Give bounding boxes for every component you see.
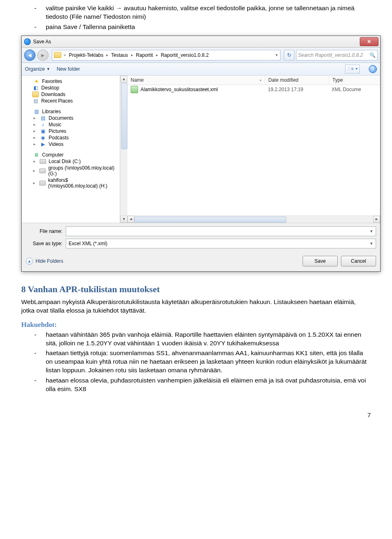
chevron-right-icon: ▸ <box>155 53 159 57</box>
breadcrumb-item[interactable]: Projekti-Teklabs <box>68 52 105 58</box>
hide-folders-button[interactable]: ▲ Hide Folders <box>26 257 63 265</box>
cancel-button[interactable]: Cancel <box>341 256 376 266</box>
chevron-right-icon: ▸ <box>130 53 134 57</box>
list-item: haetaan vähintään 365 pvän vanhoja eläim… <box>34 331 371 348</box>
app-icon <box>24 38 31 45</box>
network-drive-icon <box>39 181 46 186</box>
chevron-right-icon: ▸ <box>105 53 109 57</box>
nav-music[interactable]: ▸ ♪ Music <box>24 121 119 128</box>
desktop-icon: ◧ <box>32 85 39 91</box>
expand-icon: ▸ <box>32 129 36 133</box>
computer-group[interactable]: 🖥 Computer <box>24 152 119 158</box>
scroll-left-button[interactable]: ◄ <box>127 216 134 223</box>
new-folder-button[interactable]: New folder <box>57 66 80 72</box>
network-drive-icon <box>39 168 46 173</box>
forward-button[interactable]: ► <box>37 49 49 61</box>
favorites-group[interactable]: ★ Favorites <box>24 78 119 85</box>
sub-heading: Hakuehdot: <box>21 321 371 329</box>
section-body: WebLampaan nykyistä Alkuperäisrotutukili… <box>21 298 371 315</box>
breadcrumb-item[interactable]: Testaus <box>110 52 129 58</box>
nav-network-drive-g[interactable]: ▸ groups (\\mloys006.mloy.local) (G:) <box>24 165 119 177</box>
expand-icon: ▸ <box>32 142 36 146</box>
nav-pictures[interactable]: ▸ ▣ Pictures <box>24 128 119 134</box>
filename-label: File name: <box>26 228 66 234</box>
search-icon: 🔍 <box>370 52 376 58</box>
file-date: 19.2.2013 17:19 <box>265 87 328 92</box>
toolbar: Organize ▼ New folder ⋮≡ ▼ ? <box>22 63 380 76</box>
col-type[interactable]: Type <box>329 76 380 85</box>
nav-podcasts[interactable]: ▸ ◉ Podcasts <box>24 134 119 141</box>
help-button[interactable]: ? <box>369 65 377 73</box>
breadcrumb-item[interactable]: Raportit_versio1.0.8.2 <box>160 52 210 58</box>
scroll-up-button[interactable]: ▲ <box>120 76 127 83</box>
titlebar: Save As ✕ <box>22 36 380 48</box>
back-button[interactable]: ◄ <box>24 49 36 61</box>
navigation-pane: ★ Favorites ◧ Desktop Downloads ▤ Recent… <box>22 76 120 223</box>
music-icon: ♪ <box>40 122 46 127</box>
chevron-up-icon: ▲ <box>26 257 33 265</box>
nav-network-drive-h[interactable]: ▸ kahlfors$ (\\mloys006.mloy.local) (H:) <box>24 177 119 189</box>
nav-recent-places[interactable]: ▤ Recent Places <box>24 98 119 104</box>
section-paragraph: WebLampaan nykyistä Alkuperäisrotutukili… <box>21 298 371 315</box>
section-heading: 8 Vanhan APR-tukilistan muutokset <box>21 284 371 295</box>
chevron-down-icon: ▼ <box>355 67 358 71</box>
podcasts-icon: ◉ <box>40 135 46 141</box>
save-button[interactable]: Save <box>303 256 338 266</box>
nav-desktop[interactable]: ◧ Desktop <box>24 85 119 91</box>
xml-file-icon <box>131 86 138 93</box>
file-horizontal-scrollbar[interactable]: ◄ ► <box>127 215 380 223</box>
libraries-group[interactable]: ▥ Libraries <box>24 108 119 115</box>
search-input[interactable]: Search Raportit_versio1.0.8.2 🔍 <box>296 50 378 60</box>
file-type: XML Docume <box>328 87 380 92</box>
scroll-down-button[interactable]: ▼ <box>120 216 127 223</box>
nav-downloads[interactable]: Downloads <box>24 91 119 98</box>
scroll-right-button[interactable]: ► <box>373 216 380 223</box>
close-button[interactable]: ✕ <box>360 37 379 46</box>
documents-icon: ▤ <box>40 115 46 121</box>
col-date[interactable]: Date modified <box>265 76 329 85</box>
window-title: Save As <box>33 39 51 45</box>
organize-menu[interactable]: Organize ▼ <box>25 66 50 72</box>
column-headers: Name ▴ Date modified Type <box>127 76 380 85</box>
sort-icon: ▴ <box>260 78 261 82</box>
refresh-button[interactable]: ↻ <box>284 50 294 60</box>
nav-documents[interactable]: ▸ ▤ Documents <box>24 115 119 121</box>
nav-scrollbar[interactable]: ▲ ▼ <box>120 76 127 223</box>
expand-icon: ▸ <box>32 168 36 173</box>
breadcrumb[interactable]: « Projekti-Teklabs ▸ Testaus ▸ Raportit … <box>52 50 281 60</box>
chevron-down-icon[interactable]: ▼ <box>370 229 373 233</box>
file-row[interactable]: Alamikkotervo_sukusiitosasteet.xml 19.2.… <box>127 85 380 94</box>
pictures-icon: ▣ <box>40 128 46 134</box>
list-item: haetaan tiettyjä rotuja: suomenlammas SS… <box>34 349 371 375</box>
expand-icon: ▸ <box>32 135 36 140</box>
chevron-down-icon[interactable]: ▾ <box>275 53 278 57</box>
list-item: haetaan elossa olevia, puhdasrotuisten v… <box>34 376 371 394</box>
file-name: Alamikkotervo_sukusiitosasteet.xml <box>140 87 218 92</box>
breadcrumb-item[interactable]: Raportit <box>135 52 154 58</box>
filename-input[interactable]: ▼ <box>66 226 376 236</box>
nav-videos[interactable]: ▸ ▶ Videos <box>24 141 119 148</box>
address-bar-row: ◄ ► « Projekti-Teklabs ▸ Testaus ▸ Rapor… <box>22 48 380 63</box>
save-form: File name: ▼ Save as type: Excel XML (*.… <box>22 223 380 253</box>
page-number: 7 <box>21 395 371 418</box>
breadcrumb-prefix: « <box>63 53 67 57</box>
intro-item: valitse painike Vie kaikki → avautuu hak… <box>34 4 371 21</box>
libraries-icon: ▥ <box>33 109 40 114</box>
saveastype-label: Save as type: <box>26 241 66 246</box>
saveastype-select[interactable]: Excel XML (*.xml) ▼ <box>66 239 376 248</box>
nav-local-disk[interactable]: ▸ Local Disk (C:) <box>24 158 119 165</box>
conditions-list: haetaan vähintään 365 pvän vanhoja eläim… <box>21 331 371 394</box>
scroll-thumb[interactable] <box>121 83 127 149</box>
file-list-pane: Name ▴ Date modified Type Alamikkoterv <box>127 76 380 223</box>
dialog-footer: ▲ Hide Folders Save Cancel <box>22 253 380 271</box>
intro-item: paina Save / Tallenna painiketta <box>34 23 371 31</box>
expand-icon: ▸ <box>32 122 36 127</box>
col-name[interactable]: Name ▴ <box>127 76 265 85</box>
view-button[interactable]: ⋮≡ ▼ <box>345 65 360 74</box>
scroll-thumb[interactable] <box>134 217 286 223</box>
chevron-down-icon[interactable]: ▼ <box>370 242 373 246</box>
expand-icon: ▸ <box>32 159 36 163</box>
expand-icon: ▸ <box>32 116 36 120</box>
details-view-icon: ⋮≡ <box>347 66 354 72</box>
intro-list: valitse painike Vie kaikki → avautuu hak… <box>21 4 371 31</box>
